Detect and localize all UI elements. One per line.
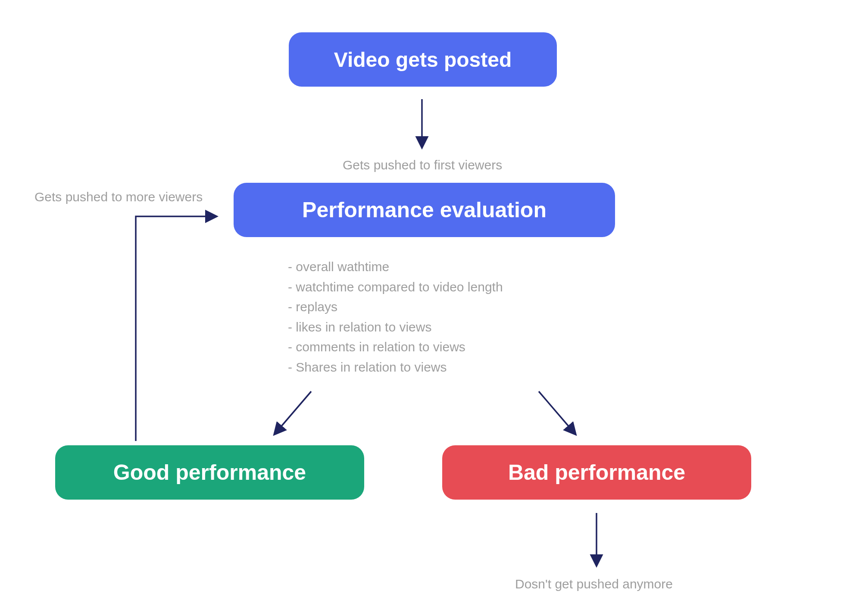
node-performance-evaluation: Performance evaluation bbox=[234, 183, 615, 237]
node-good-performance: Good performance bbox=[55, 445, 364, 500]
label-not-pushed: Dosn't get pushed anymore bbox=[515, 577, 673, 591]
label-first-viewers: Gets pushed to first viewers bbox=[343, 158, 502, 172]
node-good-performance-label: Good performance bbox=[113, 460, 306, 485]
criteria-item: - Shares in relation to views bbox=[288, 357, 503, 378]
criteria-list: - overall wathtime - watchtime compared … bbox=[288, 257, 503, 377]
criteria-item: - comments in relation to views bbox=[288, 337, 503, 357]
criteria-item: - replays bbox=[288, 297, 503, 317]
criteria-item: - likes in relation to views bbox=[288, 317, 503, 338]
node-video-posted: Video gets posted bbox=[289, 32, 557, 87]
label-more-viewers: Gets pushed to more viewers bbox=[34, 190, 203, 204]
node-bad-performance-label: Bad performance bbox=[508, 460, 685, 485]
node-video-posted-label: Video gets posted bbox=[334, 48, 512, 72]
criteria-item: - watchtime compared to video length bbox=[288, 277, 503, 297]
arrow-good-to-eval bbox=[136, 216, 216, 441]
criteria-item: - overall wathtime bbox=[288, 257, 503, 277]
node-performance-evaluation-label: Performance evaluation bbox=[302, 197, 547, 222]
arrow-eval-to-good bbox=[275, 391, 311, 434]
arrow-eval-to-bad bbox=[539, 391, 575, 434]
node-bad-performance: Bad performance bbox=[442, 445, 751, 500]
